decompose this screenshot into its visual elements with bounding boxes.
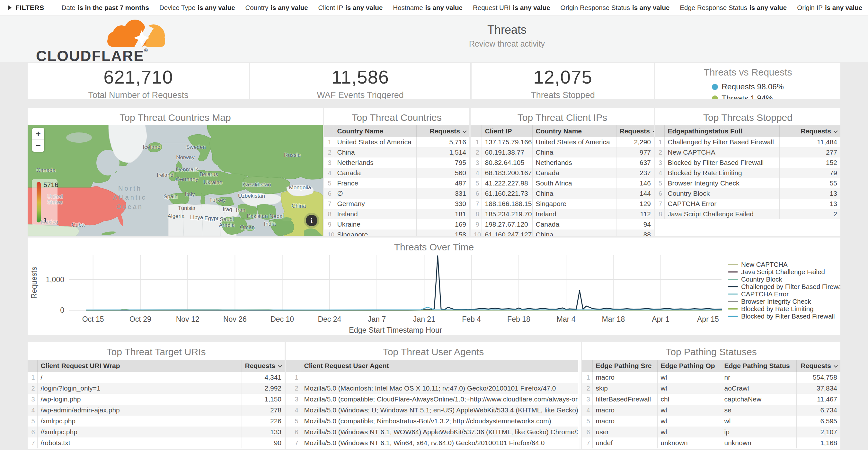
filters-toggle[interactable]: FILTERS [8, 4, 44, 11]
table-cell[interactable]: Mozilla/5.0 (Macintosh; Intel Mac OS X 1… [301, 383, 581, 394]
table-cell[interactable]: 497 [416, 178, 469, 188]
column-header-edge-pathing-op[interactable]: Edge Pathing Op [657, 360, 721, 372]
legend-item[interactable]: Java Script Challenge Failed [728, 269, 840, 275]
table-cell[interactable]: 331 [416, 188, 469, 199]
column-header-requests[interactable]: Requests [416, 125, 469, 137]
table-cell[interactable]: se [721, 405, 796, 416]
table-cell[interactable]: 2 [779, 209, 840, 219]
table-cell[interactable]: //xmlrpc.php [37, 426, 242, 438]
threats-over-time-chart[interactable]: 01,000Oct 15Oct 29Nov 12Nov 26Dec 10Dec … [28, 253, 728, 335]
table-cell[interactable]: Java Script Challenge Failed [664, 209, 779, 219]
column-header-edgepathingstatus-full[interactable]: Edgepathingstatus Full [664, 125, 779, 137]
table-cell[interactable]: Browser Integrity Check [664, 178, 779, 188]
column-header-country-name[interactable]: Country Name [532, 125, 616, 137]
table-cell[interactable]: /wp-login.php [37, 394, 242, 405]
table-cell[interactable]: 90 [242, 438, 285, 448]
table-cell[interactable]: Mozilla/5.0 (Windows; U; Windows NT 5.1;… [301, 405, 581, 416]
table-cell[interactable]: macro [592, 405, 657, 416]
table-cell[interactable]: 226 [242, 416, 285, 426]
table-cell[interactable]: wl [657, 416, 721, 426]
table-cell[interactable]: 169 [416, 219, 469, 230]
column-header-country-name[interactable]: Country Name [334, 125, 416, 137]
table-cell[interactable]: 13 [779, 199, 840, 209]
legend-item[interactable]: New CAPTCHA [728, 261, 840, 268]
filter-chip[interactable]: Request URIis any value [473, 4, 550, 11]
table-cell[interactable]: United States of America [532, 137, 616, 147]
column-header-client-request-user-agent[interactable]: Client Request User Agent [301, 360, 581, 372]
table-cell[interactable]: ip [721, 426, 796, 438]
table-cell[interactable]: 1,514 [416, 147, 469, 157]
table-cell[interactable]: 2,290 [616, 137, 654, 147]
table-cell[interactable]: Canada [532, 168, 616, 178]
table-cell[interactable]: Mozilla/5.0 (Windows NT 6.1; Win64; x64;… [301, 438, 581, 448]
table-cell[interactable]: 6,595 [796, 416, 840, 426]
table-cell[interactable]: 129 [616, 199, 654, 209]
table-cell[interactable]: China [532, 230, 616, 236]
table-cell[interactable]: Mozilla/5.0 (compatible; CloudFlare-Alwa… [301, 394, 581, 405]
table-cell[interactable]: ∅ [334, 188, 416, 199]
table-cell[interactable]: 158 [416, 230, 469, 236]
column-header-requests[interactable]: Requests [779, 125, 840, 137]
legend-item[interactable]: Country Block [728, 276, 840, 282]
table-cell[interactable]: 1,168 [796, 438, 840, 448]
table-cell[interactable]: 60.191.38.77 [482, 147, 532, 157]
table-cell[interactable]: CAPTCHA Error [664, 199, 779, 209]
table-cell[interactable]: skip [592, 383, 657, 394]
table-cell[interactable]: Singapore [334, 230, 416, 236]
legend-item[interactable]: Blocked by Rate Limiting [728, 306, 840, 312]
table-cell[interactable]: wl [721, 416, 796, 426]
filter-chip[interactable]: Device Typeis any value [159, 4, 235, 11]
table-cell[interactable]: 13 [779, 188, 840, 199]
table-cell[interactable]: 68.183.200.167 [482, 168, 532, 178]
table-cell[interactable]: Blocked by Rate Limiting [664, 168, 779, 178]
table-cell[interactable]: wl [657, 383, 721, 394]
table-cell[interactable]: /robots.txt [37, 438, 242, 448]
legend-item[interactable]: CAPTCHA Error [728, 291, 840, 297]
table-cell[interactable]: nr [721, 372, 796, 383]
filter-chip[interactable]: Origin IPis any value [797, 4, 862, 11]
table-cell[interactable]: 146 [616, 178, 654, 188]
table-cell[interactable]: 11,467 [796, 394, 840, 405]
map-info-button[interactable]: i [306, 215, 317, 226]
table-cell[interactable]: 137.175.79.166 [482, 137, 532, 147]
table-cell[interactable]: 188.166.188.152 [482, 199, 532, 209]
table-cell[interactable]: /xmlrpc.php [37, 416, 242, 426]
table-cell[interactable]: 2,992 [242, 383, 285, 394]
table-cell[interactable]: Blocked by Filter Based Firewall [664, 157, 779, 168]
table-cell[interactable]: 330 [416, 199, 469, 209]
table-cell[interactable]: 554,758 [796, 372, 840, 383]
table-cell[interactable]: 79 [779, 168, 840, 178]
filter-chip[interactable]: Dateis in the past 7 months [61, 4, 149, 11]
table-cell[interactable]: France [334, 178, 416, 188]
table-cell[interactable]: 37,834 [796, 383, 840, 394]
table-cell[interactable]: 41.222.227.98 [482, 178, 532, 188]
table-cell[interactable]: New CAPTCHA [664, 147, 779, 157]
table-cell[interactable]: undef [592, 438, 657, 448]
table-cell[interactable]: Singapore [532, 199, 616, 209]
table-cell[interactable]: Challenged by Filter Based Firewall [664, 137, 779, 147]
table-cell[interactable]: China [334, 147, 416, 157]
table-cell[interactable]: Ireland [334, 209, 416, 219]
table-cell[interactable]: wl [657, 405, 721, 416]
table-cell[interactable]: 80.82.64.105 [482, 157, 532, 168]
table-cell[interactable]: 55 [779, 178, 840, 188]
table-cell[interactable]: 277 [779, 147, 840, 157]
table-cell[interactable]: unknown [657, 438, 721, 448]
column-header-client-request-uri-wrap[interactable]: Client Request URI Wrap [37, 360, 242, 372]
table-cell[interactable]: 11,484 [779, 137, 840, 147]
column-header-requests[interactable]: Requests [616, 125, 654, 137]
filter-chip[interactable]: Hostnameis any value [393, 4, 463, 11]
legend-item[interactable]: Threats 1.94% [712, 94, 783, 99]
zoom-in-button[interactable]: + [32, 128, 44, 140]
table-cell[interactable]: macro [592, 416, 657, 426]
table-cell[interactable]: 144 [616, 188, 654, 199]
table-cell[interactable]: 112 [616, 209, 654, 219]
table-cell[interactable]: wl [657, 372, 721, 383]
table-cell[interactable]: user [592, 426, 657, 438]
column-header-requests[interactable]: Requests [242, 360, 285, 372]
table-cell[interactable]: Germany [334, 199, 416, 209]
table-cell[interactable]: /wp-admin/admin-ajax.php [37, 405, 242, 416]
table-cell[interactable]: Canada [334, 168, 416, 178]
table-cell[interactable]: Mozilla/5.0 (Windows NT 6.1; WOW64) Appl… [301, 426, 581, 438]
filter-chip[interactable]: Edge Response Statusis any value [680, 4, 787, 11]
